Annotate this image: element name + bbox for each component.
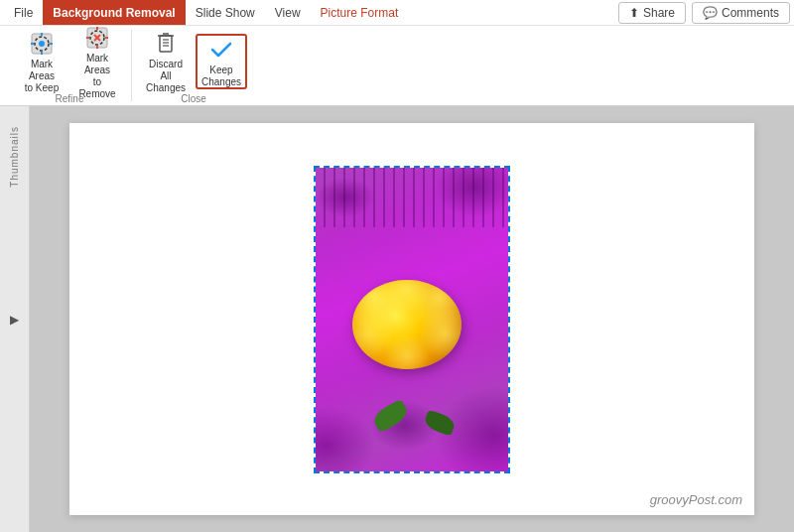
ribbon-group-close: Discard AllChanges KeepChanges Close bbox=[132, 30, 255, 101]
share-button[interactable]: ⬆ Share bbox=[618, 2, 686, 24]
ribbon-toolbar: Mark Areasto Keep bbox=[0, 26, 794, 105]
ribbon-container: File Background Removal Slide Show View … bbox=[0, 0, 794, 106]
comments-label: Comments bbox=[722, 6, 779, 20]
ribbon-group-refine: Mark Areasto Keep bbox=[8, 30, 132, 101]
tab-slide-show[interactable]: Slide Show bbox=[186, 0, 265, 25]
sidebar-label: Thumbnails bbox=[9, 126, 20, 188]
tab-picture-format[interactable]: Picture Format bbox=[311, 0, 409, 25]
bg-grid bbox=[316, 168, 508, 227]
mark-areas-keep-label: Mark Areasto Keep bbox=[19, 59, 65, 94]
flower-petals bbox=[352, 280, 462, 369]
share-icon: ⬆ bbox=[629, 6, 639, 20]
comments-button[interactable]: 💬 Comments bbox=[692, 2, 790, 24]
sidebar-collapse-arrow[interactable]: ▶ bbox=[10, 313, 19, 327]
mark-remove-icon bbox=[83, 25, 111, 51]
image-bg-removed bbox=[314, 166, 510, 473]
slide-area: groovyPost.com bbox=[69, 123, 754, 515]
svg-rect-15 bbox=[160, 36, 172, 52]
tab-bar: File Background Removal Slide Show View … bbox=[0, 0, 794, 26]
slide-canvas: groovyPost.com bbox=[30, 106, 794, 532]
keep-changes-icon bbox=[207, 37, 235, 63]
discard-all-changes-label: Discard AllChanges bbox=[143, 59, 189, 94]
close-group-label: Close bbox=[140, 93, 247, 106]
watermark: groovyPost.com bbox=[650, 492, 742, 507]
refine-group-label: Refine bbox=[16, 93, 123, 106]
flower-subject bbox=[352, 280, 471, 379]
flower-circle bbox=[352, 280, 462, 369]
share-label: Share bbox=[643, 6, 675, 20]
tab-view[interactable]: View bbox=[265, 0, 311, 25]
mark-keep-icon bbox=[28, 31, 56, 57]
refine-buttons: Mark Areasto Keep bbox=[16, 30, 123, 93]
main-area: ▶ Thumbnails bbox=[0, 106, 794, 532]
keep-changes-label: KeepChanges bbox=[201, 65, 241, 88]
thumbnails-sidebar: ▶ Thumbnails bbox=[0, 106, 30, 532]
image-container[interactable] bbox=[314, 166, 510, 473]
mark-areas-remove-button[interactable]: Mark Areasto Remove bbox=[71, 34, 123, 89]
keep-changes-button[interactable]: KeepChanges bbox=[196, 34, 247, 89]
svg-point-6 bbox=[39, 41, 45, 47]
discard-icon bbox=[152, 31, 180, 57]
mark-areas-keep-button[interactable]: Mark Areasto Keep bbox=[16, 34, 67, 89]
comment-icon: 💬 bbox=[703, 6, 718, 20]
discard-all-changes-button[interactable]: Discard AllChanges bbox=[140, 34, 192, 89]
close-buttons: Discard AllChanges KeepChanges bbox=[140, 30, 247, 93]
toolbar-right: ⬆ Share 💬 Comments bbox=[618, 2, 790, 24]
tab-background-removal[interactable]: Background Removal bbox=[43, 0, 185, 25]
tab-file[interactable]: File bbox=[4, 0, 43, 25]
